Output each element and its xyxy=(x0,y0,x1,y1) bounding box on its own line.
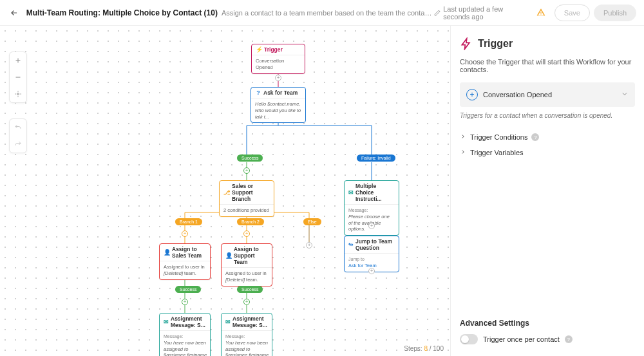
node-jump[interactable]: ↬Jump to Team Question Jump toAsk for Te… xyxy=(344,236,399,272)
last-updated: Last updated a few seconds ago xyxy=(434,5,531,21)
node-trigger[interactable]: ⚡Trigger Conversation Opened xyxy=(251,44,305,74)
panel-description: Choose the Trigger that will start this … xyxy=(460,58,635,73)
trigger-select[interactable]: + Conversation Opened xyxy=(460,82,635,107)
add-step-button[interactable]: + xyxy=(243,167,250,174)
undo-button[interactable] xyxy=(10,119,26,136)
node-assign-sales-title: Assign to Sales Team xyxy=(172,246,206,259)
help-icon[interactable]: ? xyxy=(565,335,573,343)
add-step-button[interactable]: + xyxy=(306,242,312,248)
node-ask-for-team[interactable]: ?Ask for Team Hello $contact.name, who w… xyxy=(251,87,306,123)
message-icon: ✉ xyxy=(164,319,169,325)
fit-button[interactable] xyxy=(10,86,26,102)
add-step-button[interactable]: + xyxy=(243,299,250,305)
node-assign-support-title: Assign to Support Team xyxy=(234,246,268,265)
node-branch-body: 2 conditions provided xyxy=(220,205,274,216)
node-assignment-msg-sales[interactable]: ✉Assignment Message: S... Message:You ha… xyxy=(159,313,211,356)
trigger-hint: Triggers for a contact when a conversati… xyxy=(460,112,635,119)
message-icon: ✉ xyxy=(225,319,231,325)
branch-icon: ⎇ xyxy=(223,189,230,196)
pill-else: Else xyxy=(303,218,321,225)
header-bar: Multi-Team Routing: Multiple Choice by C… xyxy=(0,0,644,26)
chevron-down-icon xyxy=(621,90,629,99)
pencil-icon xyxy=(434,9,440,17)
pill-success: Success xyxy=(237,286,263,293)
publish-button[interactable]: Publish xyxy=(594,5,636,21)
trigger-variables-label: Trigger Variables xyxy=(470,149,524,156)
zoom-tool-group xyxy=(9,52,27,103)
toggle-once-per-contact[interactable]: Trigger once per contact ? xyxy=(460,334,635,344)
node-assign-support[interactable]: 👤Assign to Support Team Assigned to user… xyxy=(221,243,272,286)
node-amsg2-title: Assignment Message: S... xyxy=(232,315,268,328)
properties-panel: Trigger Choose the Trigger that will sta… xyxy=(451,26,644,356)
save-button[interactable]: Save xyxy=(554,5,590,21)
node-mcq-body: Message:Please choose one of the availab… xyxy=(345,205,399,235)
node-amsg1-body: Message:You have now been assigned to $a… xyxy=(160,331,210,356)
node-assignment-msg-support[interactable]: ✉Assignment Message: S... Message:You ha… xyxy=(221,313,272,356)
pill-success: Success xyxy=(175,286,201,293)
workflow-canvas: ⚡Trigger Conversation Opened + ?Ask for … xyxy=(0,26,450,356)
redo-button[interactable] xyxy=(10,136,26,153)
canvas-area[interactable]: ⚡Trigger Conversation Opened + ?Ask for … xyxy=(0,26,451,356)
node-branch[interactable]: ⎇Sales or Support Branch 2 conditions pr… xyxy=(219,180,274,217)
trigger-variables-row[interactable]: Trigger Variables xyxy=(460,145,635,160)
node-ask-title: Ask for Team xyxy=(263,89,298,96)
node-mcq-title: Multiple Choice Instructi... xyxy=(355,183,395,202)
svg-point-0 xyxy=(17,93,19,95)
add-step-button[interactable]: + xyxy=(368,223,375,229)
panel-header: Trigger xyxy=(460,37,635,50)
node-assign-support-body: Assigned to user in [Deleted] team. xyxy=(222,268,272,286)
workflow-title: Multi-Team Routing: Multiple Choice by C… xyxy=(26,8,218,17)
user-icon: 👤 xyxy=(225,252,232,259)
pill-branch2: Branch 2 xyxy=(237,218,264,225)
zoom-in-button[interactable] xyxy=(10,52,26,69)
pill-branch1: Branch 1 xyxy=(175,218,202,225)
question-icon: ? xyxy=(255,89,261,96)
trigger-conditions-row[interactable]: Trigger Conditions ? xyxy=(460,129,635,145)
bolt-icon xyxy=(460,37,473,50)
jump-icon: ↬ xyxy=(348,241,354,248)
node-branch-title: Sales or Support Branch xyxy=(232,183,270,202)
node-jump-title: Jump to Team Question xyxy=(355,238,395,251)
advanced-settings-title: Advanced Settings xyxy=(460,319,635,328)
bolt-icon: ⚡ xyxy=(256,46,262,53)
canvas-toolbar xyxy=(9,52,27,153)
history-tool-group xyxy=(9,118,27,153)
add-step-button[interactable]: + xyxy=(368,268,375,274)
warning-icon xyxy=(536,8,545,18)
node-ask-body: Hello $contact.name, who would you like … xyxy=(251,98,305,122)
pill-failure: Failure: Invalid xyxy=(357,155,395,162)
help-icon[interactable]: ? xyxy=(531,133,539,141)
toggle-label: Trigger once per contact xyxy=(483,335,560,343)
node-trigger-body: Conversation Opened xyxy=(252,55,305,73)
pill-success: Success xyxy=(237,155,263,162)
add-step-button[interactable]: + xyxy=(275,75,281,81)
node-assign-sales[interactable]: 👤Assign to Sales Team Assigned to user i… xyxy=(159,243,211,280)
workflow-description: Assign a contact to a team member based … xyxy=(222,9,434,17)
chevron-right-icon xyxy=(460,149,466,156)
node-assign-sales-body: Assigned to user in [Deleted] team. xyxy=(160,261,210,279)
user-icon: 👤 xyxy=(164,249,170,256)
trigger-conditions-label: Trigger Conditions xyxy=(470,133,527,141)
chevron-right-icon xyxy=(460,133,466,141)
trigger-selected-label: Conversation Opened xyxy=(483,91,552,98)
panel-title: Trigger xyxy=(478,38,513,50)
add-step-button[interactable]: + xyxy=(243,230,250,237)
steps-counter: Steps: 8 / 100 xyxy=(404,345,444,352)
add-step-button[interactable]: + xyxy=(182,299,188,305)
message-icon: ✉ xyxy=(348,189,354,196)
main-layout: ⚡Trigger Conversation Opened + ?Ask for … xyxy=(0,26,644,356)
plus-circle-icon: + xyxy=(466,89,478,100)
zoom-out-button[interactable] xyxy=(10,69,26,86)
node-amsg2-body: Message:You have now been assigned to $a… xyxy=(222,331,272,356)
node-trigger-title: Trigger xyxy=(264,46,283,53)
node-amsg1-title: Assignment Message: S... xyxy=(171,315,206,328)
add-step-button[interactable]: + xyxy=(182,230,188,237)
toggle-switch[interactable] xyxy=(460,334,478,344)
back-button[interactable] xyxy=(8,5,21,21)
